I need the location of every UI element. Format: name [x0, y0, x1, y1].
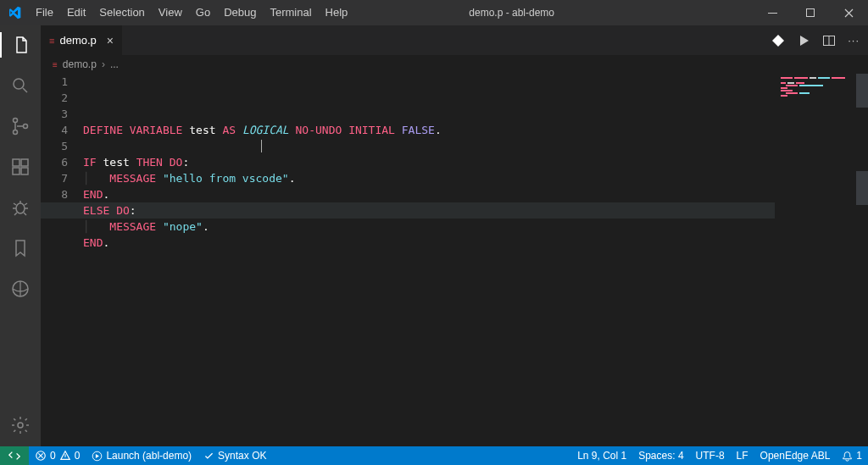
line-number: 6: [41, 154, 68, 170]
svg-rect-1: [807, 8, 815, 16]
notifications-button[interactable]: 1: [836, 446, 868, 465]
svg-rect-9: [21, 159, 28, 166]
indentation[interactable]: Spaces: 4: [632, 446, 689, 465]
breadcrumb[interactable]: ≡ demo.p › ...: [41, 55, 868, 74]
breadcrumb-file: demo.p: [63, 58, 97, 70]
file-type-icon: ≡: [49, 36, 54, 46]
settings-gear-icon[interactable]: [0, 412, 41, 438]
launch-button[interactable]: Launch (abl-demo): [86, 446, 198, 465]
menu-terminal[interactable]: Terminal: [263, 0, 318, 25]
abl-icon[interactable]: [0, 276, 41, 302]
svg-rect-6: [13, 159, 19, 166]
debug-icon[interactable]: [0, 195, 41, 220]
bookmark-icon[interactable]: [0, 235, 41, 261]
svg-point-3: [14, 119, 18, 123]
text-cursor: [261, 140, 262, 152]
menu-help[interactable]: Help: [319, 0, 355, 25]
cursor-position[interactable]: Ln 9, Col 1: [571, 446, 632, 465]
close-button[interactable]: [830, 0, 868, 25]
menu-selection[interactable]: Selection: [92, 0, 151, 25]
menu-go[interactable]: Go: [189, 0, 217, 25]
code-line[interactable]: END.: [83, 235, 868, 251]
line-gutter: 123456789: [41, 74, 83, 446]
code-surface[interactable]: DEFINE VARIABLE test AS LOGICAL NO-UNDO …: [83, 74, 868, 446]
explorer-icon[interactable]: [0, 32, 41, 58]
code-line[interactable]: │ MESSAGE "nope".: [83, 219, 868, 235]
warning-count: 0: [75, 450, 81, 462]
launch-label: Launch (abl-demo): [106, 450, 192, 462]
code-line[interactable]: ELSE DO:: [83, 202, 868, 219]
eol[interactable]: LF: [731, 446, 754, 465]
tab-demo-p[interactable]: ≡ demo.p ×: [41, 25, 123, 55]
overview-ruler[interactable]: [856, 74, 868, 446]
editor-actions: ···: [771, 25, 868, 55]
code-line[interactable]: END.: [83, 186, 868, 202]
problems-button[interactable]: 0 0: [29, 446, 86, 465]
minimize-button[interactable]: [754, 0, 792, 25]
search-icon[interactable]: [0, 73, 41, 98]
extensions-icon[interactable]: [0, 154, 41, 180]
breadcrumb-tail: ...: [110, 58, 119, 70]
tab-label: demo.p: [59, 34, 96, 47]
code-line[interactable]: [83, 138, 868, 154]
menu-file[interactable]: File: [29, 0, 60, 25]
code-line[interactable]: DEFINE VARIABLE test AS LOGICAL NO-UNDO …: [83, 122, 868, 138]
svg-rect-8: [21, 168, 28, 174]
svg-point-2: [14, 79, 24, 89]
menu-edit[interactable]: Edit: [60, 0, 92, 25]
remote-button[interactable]: [0, 446, 29, 465]
status-bar: 0 0 Launch (abl-demo) Syntax OK Ln 9, Co…: [0, 446, 868, 465]
close-icon[interactable]: ×: [107, 34, 114, 47]
line-number: 4: [41, 122, 68, 138]
line-number: 1: [41, 74, 68, 90]
split-editor-icon[interactable]: [822, 34, 836, 47]
line-number: 8: [41, 186, 68, 202]
chevron-right-icon: ›: [102, 58, 105, 70]
abl-action-icon[interactable]: [771, 34, 785, 47]
line-number: 5: [41, 138, 68, 154]
menu-bar: File Edit Selection View Go Debug Termin…: [29, 0, 354, 25]
code-line[interactable]: │ MESSAGE "hello from vscode".: [83, 170, 868, 186]
syntax-status[interactable]: Syntax OK: [198, 446, 272, 465]
window-controls: [754, 0, 868, 25]
file-type-icon: ≡: [53, 60, 58, 69]
minimap[interactable]: [776, 74, 856, 446]
line-number: 3: [41, 106, 68, 122]
vscode-logo-icon: [7, 5, 22, 20]
encoding[interactable]: UTF-8: [690, 446, 731, 465]
notification-count: 1: [856, 450, 862, 462]
svg-point-4: [14, 130, 18, 135]
code-line[interactable]: IF test THEN DO:: [83, 154, 868, 170]
syntax-label: Syntax OK: [218, 450, 266, 462]
error-count: 0: [50, 450, 56, 462]
code-line[interactable]: [83, 251, 868, 267]
menu-debug[interactable]: Debug: [217, 0, 263, 25]
svg-point-12: [18, 423, 23, 428]
language-mode[interactable]: OpenEdge ABL: [754, 446, 837, 465]
svg-rect-0: [768, 13, 777, 14]
svg-rect-7: [13, 168, 19, 174]
code-editor[interactable]: 123456789 DEFINE VARIABLE test AS LOGICA…: [41, 74, 868, 446]
title-bar: File Edit Selection View Go Debug Termin…: [0, 0, 868, 25]
line-number: 7: [41, 170, 68, 186]
run-icon[interactable]: [797, 34, 810, 47]
menu-view[interactable]: View: [152, 0, 189, 25]
window-title: demo.p - abl-demo: [354, 7, 754, 19]
svg-point-5: [24, 125, 28, 129]
line-number: 2: [41, 90, 68, 106]
tab-bar: ≡ demo.p × ···: [41, 25, 868, 55]
maximize-button[interactable]: [792, 0, 830, 25]
more-icon[interactable]: ···: [848, 34, 860, 47]
svg-point-10: [16, 203, 25, 213]
activity-bar: [0, 25, 41, 446]
source-control-icon[interactable]: [0, 113, 41, 139]
editor-group: ≡ demo.p × ··· ≡ demo.p › ... 123456789 …: [41, 25, 868, 446]
